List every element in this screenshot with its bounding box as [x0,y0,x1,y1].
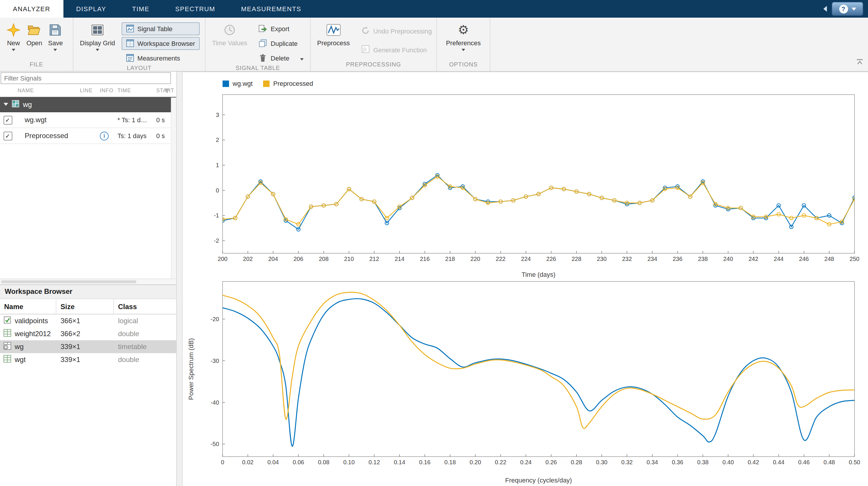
svg-text:234: 234 [648,256,657,262]
display-area: wg.wgt Preprocessed 20020220420620821021… [183,72,868,486]
workspace-row-wg[interactable]: wg 339×1 timetable [0,340,176,353]
svg-text:0.18: 0.18 [444,459,456,465]
collapse-left-icon[interactable] [824,6,827,12]
signal-table-vscrollbar[interactable] [171,97,176,279]
logical-icon [3,316,11,325]
svg-text:0.28: 0.28 [571,459,582,465]
svg-text:238: 238 [698,256,708,262]
svg-text:216: 216 [420,256,430,262]
svg-text:0.02: 0.02 [242,459,254,465]
new-dropdown-caret [12,49,15,51]
delete-dropdown-caret[interactable] [300,58,303,60]
export-button[interactable]: Export [254,22,308,35]
filter-signals-input[interactable] [1,72,171,84]
display-grid-icon [90,22,104,38]
info-icon[interactable]: i [100,131,108,140]
help-icon: ? [839,4,848,13]
svg-text:0.50: 0.50 [849,459,860,465]
tab-spectrum[interactable]: SPECTRUM [162,0,228,18]
legend-item-wgwgt[interactable]: wg.wgt [223,80,253,87]
workspace-row-validpoints[interactable]: validpoints 366×1 logical [0,314,176,327]
signal-table-toggle[interactable]: Signal Table [122,22,200,35]
new-button[interactable]: New [3,20,24,61]
duplicate-button[interactable]: Duplicate [254,37,308,50]
signal-time: * Ts: 1 d… [118,116,156,123]
chevron-down-icon [851,7,856,10]
preferences-button[interactable]: ⚙ Preferences [443,20,484,61]
svg-text:2: 2 [216,137,219,143]
workspace-row-wgt[interactable]: wgt 339×1 double [0,353,176,366]
svg-text:0: 0 [221,459,224,465]
svg-text:-2: -2 [214,237,219,244]
timetable-icon [3,342,11,351]
time-values-clock-icon [223,22,237,38]
ribbon-section-preprocessing: Preprocess Undo Preprocessing fx Generat… [311,18,437,71]
help-button[interactable]: ? [832,2,863,16]
svg-text:0.32: 0.32 [621,459,633,465]
svg-text:244: 244 [774,256,783,262]
svg-text:226: 226 [546,256,556,262]
signal-checkbox[interactable]: ✓ [3,131,12,140]
delete-trash-icon [258,53,267,63]
legend-swatch-orange [264,80,270,87]
svg-text:-20: -20 [211,316,219,322]
preprocess-button[interactable]: Preprocess [314,20,353,61]
svg-text:242: 242 [748,256,758,262]
undo-preprocessing-button: Undo Preprocessing [356,24,436,37]
svg-text:236: 236 [673,256,682,262]
matrix-icon [3,355,11,364]
ribbon-section-layout: Display Grid Signal Table Worksp [73,18,206,71]
svg-text:240: 240 [723,256,733,262]
signal-name: Preprocessed [15,132,80,140]
tab-display[interactable]: DISPLAY [63,0,119,18]
signal-row-wgwgt[interactable]: ✓ wg.wgt * Ts: 1 d… 0 s [0,112,176,128]
svg-text:212: 212 [369,256,379,262]
ribbon-section-options: ⚙ Preferences OPTIONS [437,18,490,71]
ws-column-name: Name [0,299,56,314]
group-expand-icon[interactable] [3,103,8,106]
legend-item-preprocessed[interactable]: Preprocessed [264,80,313,87]
time-values-button: Time Values [209,20,250,65]
measurements-toggle[interactable]: Measurements [122,52,200,65]
signal-checkbox[interactable]: ✓ [3,115,12,124]
svg-text:208: 208 [319,256,329,262]
panel-splitter[interactable] [177,72,183,486]
time-plot[interactable]: 2002022042062082102122142162182202222242… [185,90,864,279]
collapse-ribbon-button[interactable] [856,57,863,67]
signal-row-preprocessed[interactable]: ✓ Preprocessed i Ts: 1 days 0 s [0,128,176,144]
workspace-browser-toggle[interactable]: Workspace Browser [122,37,200,50]
svg-text:-40: -40 [211,399,219,406]
column-line: LINE [80,88,100,93]
column-time: TIME [118,88,156,93]
tab-measurements[interactable]: MEASUREMENTS [228,0,314,18]
svg-text:fx: fx [363,47,367,52]
open-button[interactable]: Open [24,20,45,61]
preferences-caret [462,49,465,51]
preprocess-icon [326,22,341,38]
filter-funnel-icon[interactable] [164,88,170,95]
save-button[interactable]: Save [45,20,66,61]
workspace-row-weight2012[interactable]: weight2012 366×2 double [0,327,176,340]
svg-text:-1: -1 [214,212,219,219]
svg-text:0.26: 0.26 [546,459,557,465]
svg-text:0.24: 0.24 [520,459,532,465]
ws-column-size: Size [56,299,114,314]
spectrum-plot[interactable]: 00.020.040.060.080.100.120.140.160.180.2… [185,279,864,485]
svg-text:228: 228 [572,256,581,262]
svg-text:0.16: 0.16 [419,459,431,465]
signal-analyzer-window: ANALYZER DISPLAY TIME SPECTRUM MEASUREME… [0,0,868,486]
ribbon-section-signal-table: Time Values Export Duplicate [206,18,311,71]
signal-group-row[interactable]: wg [0,97,176,112]
tab-analyzer[interactable]: ANALYZER [0,0,63,18]
duplicate-icon [258,38,267,49]
svg-text:1: 1 [216,162,219,168]
display-grid-button[interactable]: Display Grid [77,20,118,65]
svg-text:0.08: 0.08 [318,459,330,465]
tab-time[interactable]: TIME [119,0,162,18]
svg-text:0.42: 0.42 [748,459,759,465]
svg-text:206: 206 [293,256,303,262]
save-dropdown-caret [54,49,57,51]
svg-text:246: 246 [799,256,809,262]
signal-table-hscrollbar[interactable] [0,279,176,284]
delete-button[interactable]: Delete [254,52,308,65]
